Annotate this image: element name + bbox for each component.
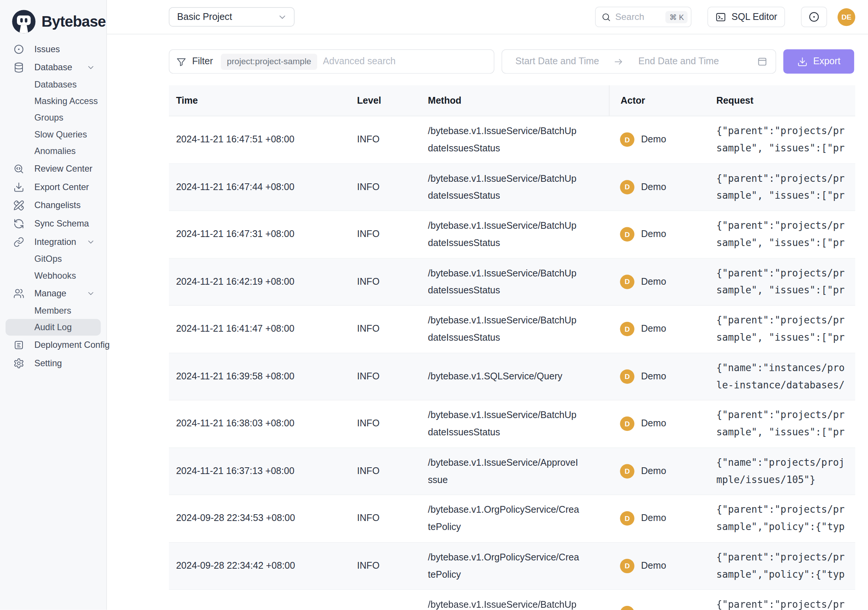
- sidebar-item-databases[interactable]: Databases: [0, 76, 106, 93]
- sidebar-item-label: GitOps: [34, 254, 62, 264]
- actor-cell: DDemo: [609, 448, 716, 495]
- topbar: Basic Project Search ⌘ K SQL Editor DE: [107, 0, 868, 34]
- end-date-placeholder: End Date and Time: [638, 56, 719, 67]
- request-line: sample", "issues":["pr: [716, 424, 845, 441]
- actor-name: Demo: [641, 371, 666, 382]
- column-header-time: Time: [169, 85, 357, 116]
- sidebar-item-members[interactable]: Members: [0, 303, 106, 319]
- request-cell: {"parent":"projects/prsample", "issues":…: [716, 400, 855, 447]
- user-avatar[interactable]: DE: [838, 8, 855, 26]
- bytebase-app: Bytebase IssuesDatabaseDatabasesMasking …: [0, 0, 868, 610]
- level-badge: INFO: [357, 466, 380, 477]
- method-cell: /bytebase.v1.OrgPolicyService/CreatePoli…: [428, 495, 609, 542]
- level-cell: INFO: [357, 495, 428, 542]
- sidebar-item-deployment-config[interactable]: Deployment Config: [0, 336, 106, 354]
- sidebar-item-label: Webhooks: [34, 271, 76, 281]
- table-row[interactable]: 2024-11-21 16:42:19 +08:00INFO/bytebase.…: [169, 258, 855, 306]
- sidebar-item-label: Changelists: [34, 200, 81, 210]
- actor-cell: DDemo: [609, 495, 716, 542]
- sidebar-item-gitops[interactable]: GitOps: [0, 251, 106, 267]
- time-cell: 2024-11-21 16:41:47 +08:00: [169, 306, 357, 353]
- request-line: {"parent":"projects/pr: [716, 549, 845, 566]
- sidebar-item-export-center[interactable]: Export Center: [0, 178, 106, 196]
- sidebar-item-setting[interactable]: Setting: [0, 354, 106, 372]
- table-row[interactable]: 2024-11-21 16:37:13 +08:00INFO/bytebase.…: [169, 448, 855, 495]
- chevron-down-icon: [86, 63, 95, 72]
- search-input[interactable]: Search ⌘ K: [595, 7, 692, 28]
- date-range-picker[interactable]: Start Date and Time End Date and Time: [502, 49, 776, 74]
- table-row[interactable]: 2024-09-28 22:34:42 +08:00INFO/bytebase.…: [169, 542, 855, 590]
- method-value: /bytebase.v1.IssueService/BatchUpdateIss…: [428, 170, 580, 204]
- sidebar-item-masking-access[interactable]: Masking Access: [0, 93, 106, 110]
- sidebar-item-audit-log[interactable]: Audit Log: [6, 319, 101, 335]
- table-header: Time Level Method Actor Request: [169, 85, 855, 116]
- actor-cell: DDemo: [609, 306, 716, 353]
- level-cell: INFO: [357, 448, 428, 495]
- sidebar-item-slow-queries[interactable]: Slow Queries: [0, 126, 106, 143]
- request-line: mple/issues/105"}: [716, 471, 845, 488]
- sidebar-item-issues[interactable]: Issues: [0, 40, 106, 58]
- request-value: {"name":"instances/prole-instance/databa…: [716, 360, 845, 394]
- table-row[interactable]: 2024-11-21 16:39:58 +08:00INFO/bytebase.…: [169, 353, 855, 400]
- sidebar-item-label: Integration: [34, 237, 76, 247]
- bytebase-logo[interactable]: Bytebase: [0, 0, 106, 39]
- bytebase-logo-icon: [11, 9, 36, 34]
- time-value: 2024-11-21 16:47:31 +08:00: [176, 229, 294, 240]
- sidebar-item-anomalies[interactable]: Anomalies: [0, 143, 106, 159]
- actor-cell: DDemo: [609, 353, 716, 400]
- actor-name: Demo: [641, 513, 666, 524]
- table-row[interactable]: 2024-11-21 16:47:31 +08:00INFO/bytebase.…: [169, 211, 855, 258]
- terminal-icon: [716, 11, 727, 22]
- table-row[interactable]: /bytebase.v1.IssueService/BatchUpdateIss…: [169, 590, 855, 610]
- search-icon: [601, 12, 612, 22]
- time-cell: 2024-11-21 16:47:31 +08:00: [169, 211, 357, 258]
- request-cell: {"parent":"projects/prsample", "issues":…: [716, 116, 855, 163]
- filter-tag-chip[interactable]: project:project-sample: [221, 53, 317, 70]
- time-cell: 2024-11-21 16:37:13 +08:00: [169, 448, 357, 495]
- export-button[interactable]: Export: [783, 49, 854, 74]
- table-row[interactable]: 2024-11-21 16:47:51 +08:00INFO/bytebase.…: [169, 116, 855, 164]
- project-selector[interactable]: Basic Project: [169, 7, 295, 27]
- sql-editor-button[interactable]: SQL Editor: [708, 7, 785, 28]
- method-cell: /bytebase.v1.IssueService/BatchUpdateIss…: [428, 400, 609, 447]
- circle-dot-icon-button[interactable]: [801, 7, 827, 28]
- time-value: 2024-11-21 16:42:19 +08:00: [176, 276, 294, 287]
- sidebar-item-review-center[interactable]: Review Center: [0, 160, 106, 178]
- actor-name: Demo: [641, 560, 666, 571]
- sidebar-item-label: Deployment Config: [34, 340, 110, 350]
- table-row[interactable]: 2024-11-21 16:38:03 +08:00INFO/bytebase.…: [169, 400, 855, 448]
- advanced-search-input[interactable]: Filter project:project-sample Advanced s…: [169, 49, 494, 74]
- request-value: {"parent":"projects/prsample", "issues":…: [716, 123, 845, 157]
- sidebar-item-sync-schema[interactable]: Sync Schema: [0, 214, 106, 233]
- sidebar-item-groups[interactable]: Groups: [0, 110, 106, 126]
- table-row[interactable]: 2024-11-21 16:47:44 +08:00INFO/bytebase.…: [169, 164, 855, 211]
- actor-name: Demo: [641, 323, 666, 334]
- sidebar-item-changelists[interactable]: Changelists: [0, 196, 106, 214]
- main-area: Basic Project Search ⌘ K SQL Editor DE: [107, 0, 868, 610]
- request-cell: {"parent":"projects/prsample", "issues":…: [716, 211, 855, 258]
- table-row[interactable]: 2024-11-21 16:41:47 +08:00INFO/bytebase.…: [169, 306, 855, 353]
- actor-name: Demo: [641, 182, 666, 192]
- time-cell: 2024-11-21 16:39:58 +08:00: [169, 353, 357, 400]
- sidebar-item-label: Audit Log: [34, 322, 72, 332]
- level-badge: INFO: [357, 418, 380, 429]
- sidebar-item-integration[interactable]: Integration: [0, 233, 106, 251]
- level-badge: INFO: [357, 134, 380, 145]
- request-value: {"parent":"projects/prsample", "issues":…: [716, 264, 845, 299]
- sidebar-item-webhooks[interactable]: Webhooks: [0, 267, 106, 284]
- actor-avatar: D: [620, 180, 634, 194]
- actor-avatar: D: [620, 511, 634, 526]
- sidebar-item-label: Databases: [34, 80, 77, 90]
- circle-dot-icon: [808, 11, 820, 23]
- sidebar-item-database[interactable]: Database: [0, 58, 106, 77]
- table-row[interactable]: 2024-09-28 22:34:53 +08:00INFO/bytebase.…: [169, 495, 855, 542]
- time-value: 2024-11-21 16:38:03 +08:00: [176, 418, 294, 429]
- method-value: /bytebase.v1.IssueService/BatchUpdateIss…: [428, 596, 580, 610]
- sidebar-item-label: Anomalies: [34, 146, 76, 156]
- actor-avatar: D: [620, 322, 634, 336]
- target-icon: [13, 43, 24, 54]
- sidebar-item-label: Slow Queries: [34, 130, 87, 140]
- sidebar-item-manage[interactable]: Manage: [0, 284, 106, 303]
- time-value: 2024-11-21 16:39:58 +08:00: [176, 371, 294, 382]
- time-value: 2024-09-28 22:34:42 +08:00: [176, 560, 295, 571]
